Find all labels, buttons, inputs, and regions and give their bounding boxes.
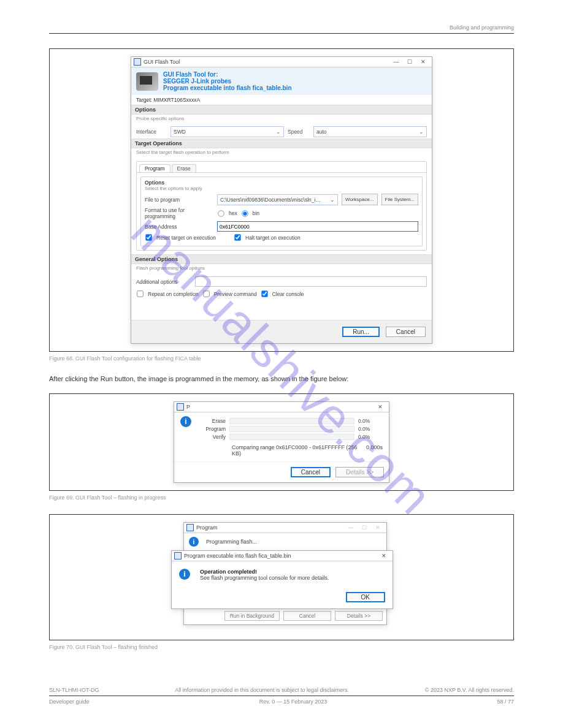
cancel-button[interactable]: Cancel: [291, 467, 331, 477]
addopts-input[interactable]: [195, 276, 427, 287]
front-title: Program executable into flash fica_table…: [184, 553, 291, 559]
app-icon: [186, 524, 194, 531]
app-icon: [134, 58, 141, 66]
section-options: Options: [131, 105, 432, 115]
addopts-label: Additional options: [136, 279, 191, 285]
header-line2: SEGGER J-Link probes: [163, 78, 292, 85]
section-targetops-sub: Select the target flash operation to per…: [131, 148, 432, 159]
figure-68-caption: Figure 68. GUI Flash Tool configuration …: [49, 355, 514, 362]
tab-erase[interactable]: Erase: [172, 164, 196, 172]
details-button[interactable]: Details >>: [335, 467, 384, 477]
section-targetops: Target Operations: [131, 138, 432, 148]
figure-68-frame: GUI Flash Tool — ☐ ✕ GUI Flash Tool for:…: [49, 48, 514, 352]
clear-label: Clear console: [272, 291, 304, 297]
workspace-button[interactable]: Workspace...: [342, 194, 378, 205]
base-address-label: Base Address: [145, 224, 213, 230]
titlebar: GUI Flash Tool — ☐ ✕: [131, 57, 432, 67]
header-divider: [49, 33, 514, 34]
section-general: General Options: [131, 254, 432, 264]
preview-label: Preview command: [214, 291, 257, 297]
details-button[interactable]: Details >>: [335, 611, 383, 621]
status-text: Comparing range 0x61FC0000 - 0x61FFFFFF …: [232, 444, 366, 457]
run-background-button[interactable]: Run in Background: [224, 611, 280, 621]
reset-checkbox[interactable]: [145, 234, 151, 240]
erase-label: Erase: [195, 418, 226, 424]
completion-line2: See flash programming tool console for m…: [200, 575, 329, 581]
minimize-button[interactable]: —: [393, 59, 400, 65]
footer-copyright: © 2023 NXP B.V. All rights reserved.: [425, 687, 514, 693]
footer-note: All information provided in this documen…: [175, 687, 349, 693]
preview-checkbox[interactable]: [203, 290, 209, 297]
figure-69-caption: Figure 69. GUI Flash Tool – flashing in …: [49, 495, 514, 501]
erase-percent: 0.0%: [358, 418, 383, 424]
options-sub: Select the options to apply: [145, 186, 418, 191]
base-address-input[interactable]: [217, 221, 418, 232]
options-title: Options: [145, 180, 418, 186]
speed-select[interactable]: auto ⌄: [313, 126, 427, 137]
info-icon: i: [180, 416, 191, 427]
chevron-down-icon: ⌄: [419, 129, 424, 135]
speed-value: auto: [316, 129, 327, 135]
format-label: Format to use for programming: [145, 207, 213, 219]
section-general-sub: Flash programming tool options: [131, 264, 432, 275]
halt-label: Halt target on execution: [245, 235, 301, 241]
figure-70-frame: Program — ☐ ✕ i Programming flash... Run…: [49, 514, 514, 640]
summary-text: After clicking the Run button, the image…: [49, 375, 514, 382]
format-bin-text: bin: [253, 210, 259, 216]
repeat-label: Repeat on completion: [148, 291, 199, 297]
reset-label: Reset target on execution: [156, 235, 230, 241]
chevron-down-icon: ⌄: [276, 129, 281, 135]
footer-page: 58 / 77: [497, 699, 514, 705]
verify-percent: 0.0%: [358, 434, 383, 440]
footer-revision: Rev. 0 — 15 February 2023: [259, 699, 327, 705]
completion-dialog: Program executable into flash fica_table…: [171, 550, 393, 609]
interface-label: Interface: [136, 129, 167, 135]
minimize-button[interactable]: —: [347, 525, 354, 531]
file-system-button[interactable]: File System...: [381, 194, 418, 205]
maximize-button[interactable]: ☐: [361, 525, 368, 531]
format-hex-text: hex: [229, 210, 237, 216]
gui-flash-window: GUI Flash Tool — ☐ ✕ GUI Flash Tool for:…: [131, 56, 432, 344]
progress-title: P: [186, 404, 190, 410]
section-options-sub: Probe specific options: [131, 115, 432, 125]
footer-docid: SLN-TLHMI-IOT-DG: [49, 687, 99, 693]
figure-70-caption: Figure 70. GUI Flash Tool – flashing fin…: [49, 644, 514, 650]
repeat-checkbox[interactable]: [137, 290, 143, 297]
halt-checkbox[interactable]: [234, 234, 240, 240]
tab-program[interactable]: Program: [139, 164, 170, 172]
target-line: Target: MIMXRT106SxxxxA: [131, 95, 432, 105]
interface-select[interactable]: SWD ⌄: [170, 126, 284, 137]
cancel-button[interactable]: Cancel: [283, 611, 331, 621]
format-bin-radio[interactable]: [242, 210, 248, 216]
format-hex-radio[interactable]: [218, 210, 224, 216]
progress-window: P ✕ i Erase 0.0% Progra: [174, 401, 389, 483]
close-button[interactable]: ✕: [380, 553, 388, 559]
back-subtitle: Programming flash...: [206, 539, 257, 545]
app-icon: [174, 552, 182, 559]
verify-label: Verify: [195, 434, 226, 440]
interface-value: SWD: [174, 129, 186, 135]
app-icon: [177, 403, 184, 411]
back-title: Program: [196, 525, 218, 531]
figure-69-frame: P ✕ i Erase 0.0% Progra: [49, 393, 514, 491]
close-button[interactable]: ✕: [377, 404, 384, 410]
close-button[interactable]: ✕: [419, 59, 427, 65]
ok-button[interactable]: OK: [346, 592, 385, 602]
footer-left: Developer guide: [49, 699, 90, 705]
file-value: C:\Users\nxf09836\Documents\misc\sln_imx…: [220, 197, 324, 203]
page-section-title: Building and programming: [49, 25, 514, 31]
file-select[interactable]: C:\Users\nxf09836\Documents\misc\sln_imx…: [217, 194, 338, 205]
maximize-button[interactable]: ☐: [406, 59, 413, 65]
erase-progress: [229, 418, 354, 424]
run-button[interactable]: Run...: [342, 327, 380, 337]
program-progress: [229, 426, 354, 432]
clear-checkbox[interactable]: [261, 290, 267, 297]
close-button[interactable]: ✕: [374, 525, 381, 531]
verify-progress: [229, 434, 354, 440]
header-line1: GUI Flash Tool for:: [163, 71, 218, 78]
chevron-down-icon: ⌄: [330, 197, 335, 203]
speed-label: Speed: [288, 129, 310, 135]
program-percent: 0.0%: [358, 426, 383, 432]
cancel-button[interactable]: Cancel: [386, 327, 426, 337]
completion-line1: Operation completed!: [200, 569, 257, 575]
